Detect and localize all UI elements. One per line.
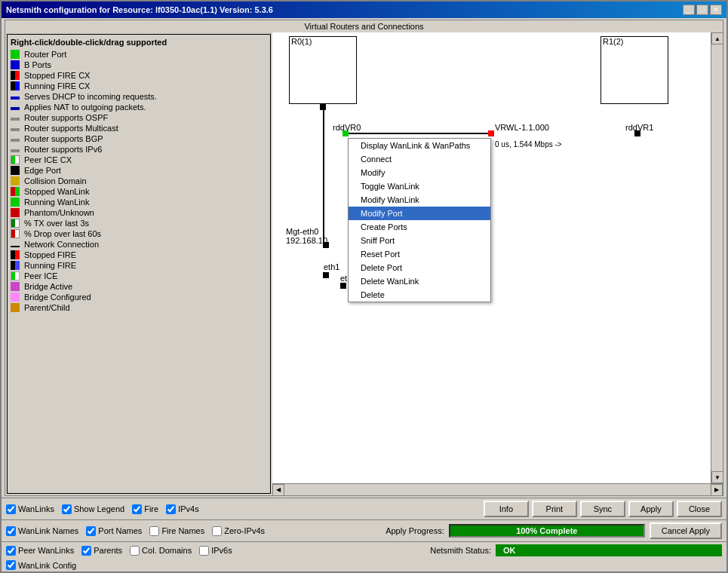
list-item: Phantom/Unknown	[11, 208, 267, 217]
fire-label: Fire	[144, 504, 158, 513]
legend-label: Router supports OSPF	[24, 113, 108, 122]
status-area: Netsmith Status: OK	[430, 544, 722, 556]
bridge-active-icon	[11, 282, 20, 291]
portnames-label: Port Names	[98, 526, 142, 535]
status-label: Netsmith Status:	[430, 546, 491, 555]
context-menu-item-delete-port[interactable]: Delete Port	[349, 261, 490, 274]
cancel-apply-button[interactable]: Cancel Apply	[650, 522, 722, 539]
port-dot-right	[634, 130, 640, 136]
portnames-checkbox[interactable]	[86, 526, 96, 536]
parents-checkbox[interactable]	[81, 546, 91, 556]
scroll-up-button[interactable]: ▲	[711, 32, 723, 44]
wanlinknames-label: WanLink Names	[18, 526, 78, 535]
portnames-checkbox-label[interactable]: Port Names	[86, 526, 142, 536]
canvas-area[interactable]: R0(1) R1(2) rddVR0	[272, 32, 711, 483]
scroll-right-button[interactable]: ▶	[711, 484, 723, 496]
context-menu-item-sniff-port[interactable]: Sniff Port	[349, 234, 490, 247]
firenames-checkbox-label[interactable]: Fire Names	[149, 526, 204, 536]
wanlinknames-checkbox-label[interactable]: WanLink Names	[6, 526, 78, 536]
peerwanlinks-checkbox[interactable]	[6, 546, 16, 556]
legend-label: % Drop over last 60s	[24, 229, 101, 238]
list-item: Network Connection	[11, 240, 267, 249]
peerwanlinks-label: Peer WanLinks	[18, 546, 74, 555]
scroll-track-h[interactable]	[284, 484, 711, 495]
peerwanlinks-checkbox-label[interactable]: Peer WanLinks	[6, 546, 74, 556]
coldomains-checkbox-label[interactable]: Col. Domains	[130, 546, 192, 556]
parents-checkbox-label[interactable]: Parents	[81, 546, 122, 556]
stopped-wanlink-icon	[11, 187, 20, 196]
parents-label: Parents	[94, 546, 122, 555]
wanlinknames-checkbox[interactable]	[6, 526, 16, 536]
wanlinks-checkbox[interactable]	[6, 504, 16, 514]
legend-label: Stopped WanLink	[24, 187, 89, 196]
list-item: Applies NAT to outgoing packets.	[11, 103, 267, 112]
wanlinkconfig-checkbox-label[interactable]: WanLink Config	[6, 560, 76, 570]
mgt-eth0-label: Mgt-eth0	[286, 227, 318, 236]
list-item: Peer ICE CX	[11, 155, 267, 164]
drop-over-icon	[11, 229, 20, 238]
legend-label: Applies NAT to outgoing packets.	[24, 103, 146, 112]
list-item: Stopped FIRE CX	[11, 71, 267, 80]
close-button[interactable]: ✕	[710, 5, 722, 15]
context-menu-item-modify-wanlink[interactable]: Modify WanLink	[349, 193, 490, 207]
fire-checkbox-label[interactable]: Fire	[132, 504, 158, 514]
ipv4s-checkbox-label[interactable]: IPv4s	[166, 504, 199, 514]
context-menu-item-modify-port[interactable]: Modify Port	[349, 207, 490, 220]
scroll-track-v[interactable]	[711, 44, 723, 471]
zeroipv4s-checkbox-label[interactable]: Zero-IPv4s	[212, 526, 265, 536]
showlegend-label: Show Legend	[74, 504, 124, 513]
legend-label: Router supports IPv6	[24, 145, 102, 154]
context-menu-item-modify[interactable]: Modify	[349, 166, 490, 179]
list-item: Peer ICE	[11, 271, 267, 280]
ipv6s-checkbox-label[interactable]: IPv6s	[199, 546, 232, 556]
list-item: Router supports BGP	[11, 134, 267, 143]
b-ports-icon	[11, 60, 20, 69]
showlegend-checkbox-label[interactable]: Show Legend	[62, 504, 124, 514]
running-wanlink-icon	[11, 198, 20, 207]
fire-checkbox[interactable]	[132, 504, 142, 514]
status-value: OK	[496, 544, 722, 556]
zeroipv4s-checkbox[interactable]	[212, 526, 222, 536]
scroll-down-button[interactable]: ▼	[711, 471, 723, 483]
list-item: B Ports	[11, 60, 267, 69]
firenames-checkbox[interactable]	[149, 526, 159, 536]
context-menu-item-delete-wanlink[interactable]: Delete WanLink	[349, 274, 490, 288]
maximize-button[interactable]: □	[696, 5, 708, 15]
close-button[interactable]: Close	[677, 501, 722, 517]
legend-label: Router supports Multicast	[24, 124, 118, 133]
context-menu-item-reset-port[interactable]: Reset Port	[349, 247, 490, 261]
list-item: Router supports OSPF	[11, 113, 267, 122]
wanlinks-checkbox-label[interactable]: WanLinks	[6, 504, 54, 514]
print-button[interactable]: Print	[532, 501, 577, 517]
bgp-icon	[11, 139, 20, 142]
coldomains-checkbox[interactable]	[130, 546, 140, 556]
info-button[interactable]: Info	[484, 501, 529, 517]
context-menu-item-display[interactable]: Display WanLink & WanPaths	[349, 139, 490, 152]
context-menu-item-connect[interactable]: Connect	[349, 152, 490, 166]
phantom-icon	[11, 208, 20, 217]
zeroipv4s-label: Zero-IPv4s	[224, 526, 265, 535]
minimize-button[interactable]: _	[683, 5, 695, 15]
scroll-left-button[interactable]: ◀	[272, 484, 284, 496]
context-menu-item-toggle-wanlink[interactable]: Toggle WanLink	[349, 179, 490, 193]
legend-label: Phantom/Unknown	[24, 208, 94, 217]
sync-button[interactable]: Sync	[580, 501, 625, 517]
action-buttons: Info Print Sync Apply Close	[484, 501, 722, 517]
wanlinkconfig-checkbox[interactable]	[6, 560, 16, 570]
apply-button[interactable]: Apply	[628, 501, 674, 517]
legend-label: Serves DHCP to incoming requests.	[24, 92, 157, 101]
context-menu-item-create-ports[interactable]: Create Ports	[349, 220, 490, 234]
virtual-routers-panel: Virtual Routers and Connections Right-cl…	[5, 20, 723, 496]
multicast-icon	[11, 128, 20, 131]
ipv4s-checkbox[interactable]	[166, 504, 176, 514]
legend-label: Peer ICE CX	[24, 155, 72, 164]
context-menu-item-delete[interactable]: Delete	[349, 288, 490, 302]
showlegend-checkbox[interactable]	[62, 504, 72, 514]
router-r0-label: R0(1)	[290, 35, 314, 47]
panel-title: Virtual Routers and Connections	[5, 20, 723, 32]
horizontal-scrollbar: ◀ ▶	[272, 483, 723, 495]
legend-label: Collision Domain	[24, 176, 87, 185]
stopped-fire-cx-icon	[11, 71, 20, 80]
running-fire-icon	[11, 261, 20, 270]
ipv6s-checkbox[interactable]	[199, 546, 209, 556]
